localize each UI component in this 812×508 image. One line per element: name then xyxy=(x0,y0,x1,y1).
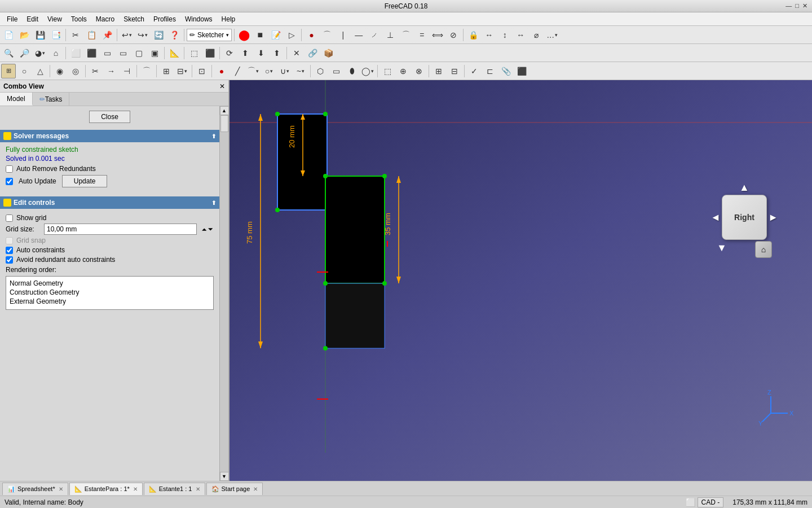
menu-item-view[interactable]: View xyxy=(43,14,67,24)
bottom-tab-2[interactable]: 📐 Estante1 : 1 ✕ xyxy=(144,483,205,495)
right-view-button[interactable]: ▭ xyxy=(100,46,114,60)
sketch-validate-btn[interactable]: ✓ xyxy=(467,64,482,78)
tab-close-3[interactable]: ✕ xyxy=(253,486,258,492)
sketch-geom2[interactable]: △ xyxy=(33,64,47,78)
dim-button[interactable]: ↔ xyxy=(513,28,528,42)
run-macro-button[interactable]: ⬤ xyxy=(237,28,251,42)
viewport-navigation-cube[interactable]: ▲ ◄ Right ► ▼ ⌂ xyxy=(710,182,778,261)
menu-item-macro[interactable]: Macro xyxy=(91,14,119,24)
sketch-circle-btn[interactable]: ○▾ xyxy=(262,64,276,78)
nav-left-arrow[interactable]: ◄ xyxy=(710,212,721,224)
show-grid-checkbox[interactable] xyxy=(6,214,13,222)
sketch-slot-btn[interactable]: ⬮ xyxy=(345,64,359,78)
top-view-button[interactable]: ⬛ xyxy=(84,46,99,60)
sketch-create-ext-btn[interactable]: ⊗ xyxy=(412,64,426,78)
nav-right-arrow[interactable]: ► xyxy=(768,212,778,224)
front-view-button[interactable]: ⬜ xyxy=(68,46,83,60)
sketch-project-btn[interactable]: ⊕ xyxy=(396,64,411,78)
grid-snap-checkbox[interactable] xyxy=(6,237,13,244)
sketch-bspline-btn[interactable]: ~▾ xyxy=(293,64,308,78)
refresh-button[interactable]: 🔄 xyxy=(151,28,166,42)
edit-controls-section-header[interactable]: Edit controls ⬆ xyxy=(0,196,219,209)
constraint6-button[interactable]: ⊘ xyxy=(446,28,461,42)
menu-item-help[interactable]: Help xyxy=(217,14,240,24)
sketch-tool1[interactable]: ⟳ xyxy=(222,46,237,60)
save-copy-button[interactable]: 📑 xyxy=(48,28,63,42)
sketch-ext-edge-btn[interactable]: ⬚ xyxy=(380,64,395,78)
rendering-order-box[interactable]: Normal Geometry Construction Geometry Ex… xyxy=(6,276,214,310)
tab-tasks[interactable]: ✏ Tasks xyxy=(33,93,70,106)
radius-button[interactable]: ⌀ xyxy=(529,28,544,42)
bottom-tab-0[interactable]: 📊 Spreadsheet* ✕ xyxy=(2,483,68,495)
sketch-tool2[interactable]: ⬆ xyxy=(238,46,253,60)
open-button[interactable]: 📂 xyxy=(17,28,32,42)
sketch-array[interactable]: ⊞ xyxy=(159,64,174,78)
copy-button[interactable]: 📋 xyxy=(84,28,99,42)
more-constraints-button[interactable]: …▾ xyxy=(545,28,559,42)
scroll-up-button[interactable]: ▲ xyxy=(220,106,229,115)
sketch-slot2-btn[interactable]: ◯▾ xyxy=(360,64,375,78)
view-all-button[interactable]: 🔎 xyxy=(17,46,32,60)
scroll-down-button[interactable]: ▼ xyxy=(220,472,229,481)
sketch-tool4[interactable]: ⬆ xyxy=(270,46,284,60)
tab-model[interactable]: Model xyxy=(0,93,33,106)
combo-close-button[interactable]: ✕ xyxy=(219,82,225,90)
menu-item-sketch[interactable]: Sketch xyxy=(119,14,149,24)
menu-item-edit[interactable]: Edit xyxy=(22,14,43,24)
rear-view-button[interactable]: ▢ xyxy=(131,46,146,60)
part-tool1[interactable]: ⬚ xyxy=(187,46,201,60)
sketch-poly-btn[interactable]: ⬡ xyxy=(313,64,328,78)
constraint4-button[interactable]: = xyxy=(414,28,429,42)
maximize-button[interactable]: □ xyxy=(795,2,799,10)
sketch-merge-btn[interactable]: ⊏ xyxy=(483,64,497,78)
sketch-more[interactable]: ⊟▾ xyxy=(175,64,189,78)
sketch-conic-btn[interactable]: ∪▾ xyxy=(277,64,292,78)
menu-item-file[interactable]: File xyxy=(2,14,22,24)
undo-button[interactable]: ↩▾ xyxy=(120,28,134,42)
sketch-attach-button[interactable]: 🔗 xyxy=(305,46,320,60)
hfix-button[interactable]: ↔ xyxy=(482,28,496,42)
menu-item-profiles[interactable]: Profiles xyxy=(149,14,180,24)
scroll-track[interactable] xyxy=(220,115,229,472)
sketch-arc-btn[interactable]: ⌒▾ xyxy=(246,64,261,78)
constraint1-button[interactable]: ⟋ xyxy=(367,28,382,42)
help-button[interactable]: ❓ xyxy=(167,28,182,42)
sketch-extend[interactable]: → xyxy=(104,64,118,78)
vfix-button[interactable]: ↕ xyxy=(497,28,512,42)
menu-item-tools[interactable]: Tools xyxy=(67,14,91,24)
close-window-button[interactable]: ✕ xyxy=(802,2,807,10)
edit-macro-button[interactable]: 📝 xyxy=(268,28,283,42)
sketch-rect-btn[interactable]: ▭ xyxy=(329,64,343,78)
sketch-geom1[interactable]: ○ xyxy=(17,64,32,78)
scroll-thumb[interactable] xyxy=(220,115,228,132)
auto-constraints-checkbox[interactable] xyxy=(6,247,13,254)
part-tool2[interactable]: ⬛ xyxy=(202,46,217,60)
solver-collapse-button[interactable]: ⬆ xyxy=(211,133,216,139)
home-view-button[interactable]: ⌂ xyxy=(48,46,63,60)
canvas-area[interactable]: 20 mm 75 mm 35 mm xyxy=(230,80,812,481)
sketch-create-body-btn[interactable]: ⬛ xyxy=(514,64,529,78)
auto-remove-checkbox[interactable] xyxy=(6,165,13,173)
sketch-trim[interactable]: ✂ xyxy=(88,64,103,78)
arc-button[interactable]: | xyxy=(336,28,350,42)
viewport-cube-face[interactable]: Right xyxy=(722,195,767,240)
left-view-button[interactable]: ▣ xyxy=(147,46,162,60)
menu-item-windows[interactable]: Windows xyxy=(180,14,217,24)
cad-indicator[interactable]: CAD - xyxy=(698,497,724,507)
minimize-button[interactable]: — xyxy=(785,2,792,10)
workbench-dropdown[interactable]: ✏ Sketcher ▾ xyxy=(187,29,232,41)
draw-style-button[interactable]: ◕▾ xyxy=(33,46,47,60)
task-close-button[interactable]: Close xyxy=(89,111,130,123)
view-fit-button[interactable]: 🔍 xyxy=(1,46,16,60)
sketch-attach2-btn[interactable]: 📎 xyxy=(498,64,513,78)
sketch-geom3[interactable]: ◉ xyxy=(52,64,67,78)
sketch-close-button[interactable]: ✕ xyxy=(289,46,304,60)
grid-size-stepper[interactable]: ⏶⏷ xyxy=(201,226,214,233)
sketch-geom4[interactable]: ◎ xyxy=(68,64,83,78)
constraint3-button[interactable]: ⌒ xyxy=(399,28,413,42)
bottom-tab-3[interactable]: 🏠 Start page ✕ xyxy=(206,483,263,495)
auto-update-checkbox[interactable] xyxy=(6,178,13,185)
stop-macro-button[interactable]: ■ xyxy=(253,28,267,42)
new-button[interactable]: 📄 xyxy=(1,28,16,42)
edit-controls-collapse-button[interactable]: ⬆ xyxy=(211,200,216,206)
